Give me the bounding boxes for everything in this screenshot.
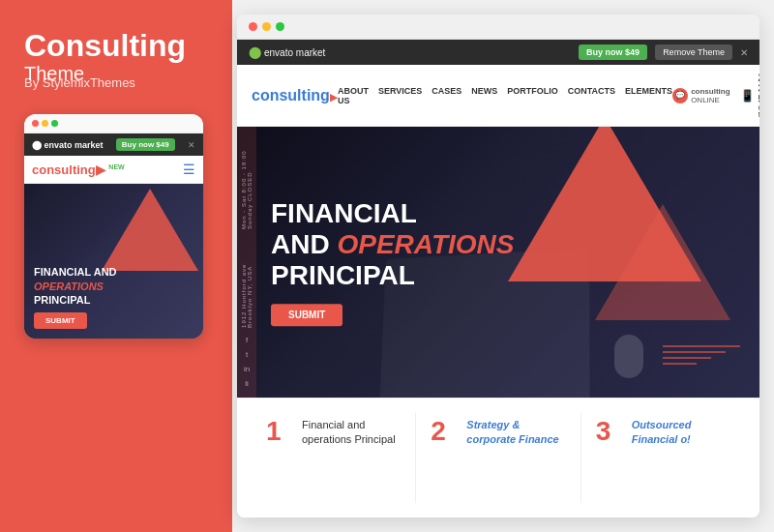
hero-content: FINANCIAL AND operations PRINCIPAL SUBMI…	[271, 198, 515, 326]
remove-theme-button[interactable]: Remove Theme	[655, 44, 732, 60]
hero-triangle-small	[595, 204, 730, 320]
mobile-close-icon[interactable]: ✕	[188, 140, 195, 150]
mobile-hero-title: FINANCIAL AND operations PRINCIPAL	[34, 265, 117, 307]
sidebar-address-text: 1912 Huntford ave Brooklyn NY, USA	[241, 242, 253, 328]
nav-elements[interactable]: ELEMENTS	[625, 86, 672, 105]
card-3: 3 Outsourced Financial o!	[581, 413, 745, 503]
nav-contact: 💬 consulting ONLINE 📱 212 386 5575 CALL …	[672, 73, 759, 118]
consulting-badge: 💬 consulting ONLINE	[672, 87, 729, 104]
envato-icon: ⬤	[249, 45, 261, 59]
envato-right: Buy now $49 Remove Theme ✕	[579, 44, 748, 60]
mobile-logo: consulting▶ NEW	[32, 163, 125, 177]
nav-news[interactable]: NEWS	[471, 86, 497, 105]
hero-title-italic: operations	[337, 229, 514, 259]
mobile-mockup: ⬤ envato market Buy now $49 ✕ consulting…	[24, 114, 203, 339]
mobile-hero-text: FINANCIAL AND operations PRINCIPAL SUBMI…	[34, 265, 117, 329]
phone-text: 212 386 5575 CALL OR MESSAGE	[759, 73, 759, 118]
mobile-hamburger-icon[interactable]: ☰	[183, 162, 195, 177]
close-envato-icon[interactable]: ✕	[740, 47, 748, 58]
nav-about[interactable]: ABOUT US	[338, 86, 369, 105]
chrome-dot-red[interactable]	[249, 22, 257, 31]
right-panel: ⬤ envato market Buy now $49 Remove Theme…	[237, 15, 759, 517]
chrome-dot-green[interactable]	[276, 22, 284, 31]
phone-block: 📱 212 386 5575 CALL OR MESSAGE	[740, 73, 759, 118]
card-2-text: Strategy & corporate Finance	[466, 418, 558, 448]
consult-icon: 💬	[672, 88, 688, 103]
buy-now-button[interactable]: Buy now $49	[579, 44, 647, 60]
card-1-number: 1	[266, 418, 290, 445]
phone-icon: 📱	[740, 89, 755, 103]
social-icons: f t in li	[244, 336, 250, 388]
card-2-number: 2	[431, 418, 455, 445]
instagram-icon[interactable]: in	[244, 365, 250, 373]
consulting-text: consulting ONLINE	[691, 87, 729, 104]
mobile-envato-logo: ⬤ envato market	[32, 140, 104, 150]
hero-section: Mon - Sat 8:00 - 18:00 Sunday CLOSED 191…	[237, 127, 759, 398]
facebook-icon[interactable]: f	[244, 336, 250, 344]
mobile-top-bar	[24, 114, 203, 133]
mobile-triangle-decoration	[102, 189, 198, 271]
browser-chrome	[237, 15, 759, 40]
dot-green	[51, 120, 58, 127]
envato-bar: ⬤ envato market Buy now $49 Remove Theme…	[237, 40, 759, 65]
mouse-shape	[614, 335, 643, 378]
hero-line-3	[663, 357, 711, 359]
hero-line-4	[663, 363, 697, 365]
left-panel: Consulting Theme By StylemixThemes ⬤ env…	[0, 0, 232, 532]
mobile-hero-italic: operations	[34, 281, 104, 292]
mobile-hero: FINANCIAL AND operations PRINCIPAL SUBMI…	[24, 184, 203, 339]
mobile-submit-button[interactable]: SUBMIT	[34, 312, 87, 329]
nav-services[interactable]: SERVICES	[378, 86, 422, 105]
brand-section: Consulting Theme By StylemixThemes	[24, 29, 208, 90]
mobile-buy-button[interactable]: Buy now $49	[116, 138, 175, 151]
brand-title: Consulting	[24, 29, 208, 63]
hero-line-2	[663, 351, 726, 353]
mobile-nav: consulting▶ NEW ☰	[24, 156, 203, 184]
nav-portfolio[interactable]: PORTFOLIO	[507, 86, 558, 105]
hero-sidebar-left: Mon - Sat 8:00 - 18:00 Sunday CLOSED 191…	[237, 127, 256, 398]
nav-cases[interactable]: CASES	[432, 86, 461, 105]
card-2: 2 Strategy & corporate Finance	[416, 413, 580, 503]
dot-yellow	[42, 120, 48, 127]
card-3-number: 3	[596, 418, 620, 445]
envato-logo: ⬤ envato market	[249, 45, 325, 59]
brand-author: By StylemixThemes	[24, 75, 208, 90]
hero-submit-button[interactable]: SUBMIT	[271, 304, 342, 326]
sidebar-hours-text: Mon - Sat 8:00 - 18:00 Sunday CLOSED	[241, 136, 253, 229]
card-1: 1 Financial and operations Principal	[252, 413, 416, 503]
site-logo: consulting▶	[252, 87, 338, 104]
bottom-cards: 1 Financial and operations Principal 2 S…	[237, 398, 759, 517]
chrome-dot-yellow[interactable]	[262, 22, 271, 31]
site-nav: consulting▶ ABOUT US SERVICES CASES NEWS…	[237, 65, 759, 127]
twitter-icon[interactable]: t	[244, 350, 250, 359]
hero-title: FINANCIAL AND operations PRINCIPAL	[271, 198, 515, 292]
dot-red	[32, 120, 39, 127]
nav-contacts[interactable]: CONTACTS	[568, 86, 615, 105]
hero-lines-decoration	[663, 345, 740, 369]
card-1-text: Financial and operations Principal	[302, 418, 396, 448]
mobile-envato-bar: ⬤ envato market Buy now $49 ✕	[24, 133, 203, 156]
hero-line-1	[663, 345, 740, 347]
card-3-text: Outsourced Financial o!	[632, 418, 692, 448]
linkedin-icon[interactable]: li	[244, 379, 250, 388]
nav-links: ABOUT US SERVICES CASES NEWS PORTFOLIO C…	[338, 86, 672, 105]
